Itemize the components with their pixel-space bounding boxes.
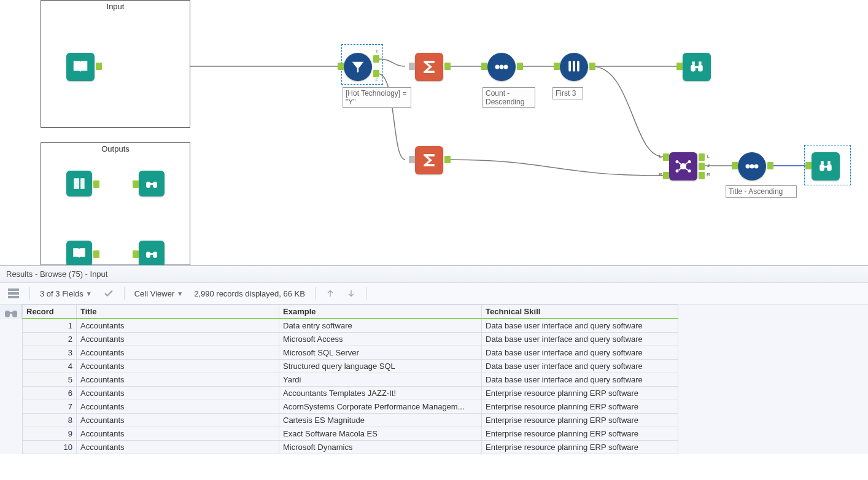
anchor-join-j-out[interactable] bbox=[699, 163, 705, 170]
separator bbox=[315, 287, 316, 300]
anchor-out[interactable] bbox=[93, 250, 99, 258]
cell-example: Cartesis ES Magnitude bbox=[279, 414, 482, 427]
sort-dots-icon bbox=[743, 158, 761, 175]
anchor-in[interactable] bbox=[409, 63, 415, 70]
table-row[interactable]: 4AccountantsStructured query language SQ… bbox=[23, 360, 678, 373]
anchor-out[interactable] bbox=[93, 180, 99, 188]
book-open-icon bbox=[71, 246, 87, 261]
svg-point-14 bbox=[676, 169, 679, 172]
svg-rect-23 bbox=[821, 161, 823, 164]
binoculars-icon bbox=[689, 59, 705, 75]
col-example[interactable]: Example bbox=[279, 305, 482, 319]
fields-dropdown[interactable]: 3 of 3 Fields ▼ bbox=[36, 287, 96, 301]
anchor-in[interactable] bbox=[732, 162, 738, 169]
cell-viewer-dropdown[interactable]: Cell Viewer ▼ bbox=[131, 287, 187, 301]
table-row[interactable]: 8AccountantsCartesis ES MagnitudeEnterpr… bbox=[23, 414, 678, 427]
grid-side-toggle[interactable] bbox=[0, 304, 22, 319]
cell-record: 3 bbox=[23, 346, 77, 360]
sort-tool-title[interactable] bbox=[738, 152, 766, 180]
filter-tool[interactable] bbox=[344, 53, 372, 81]
anchor-join-l-out[interactable] bbox=[699, 153, 705, 161]
cell-record: 4 bbox=[23, 360, 77, 373]
browse-tool-2[interactable] bbox=[812, 152, 840, 180]
col-skill[interactable]: Technical Skill bbox=[482, 305, 678, 319]
browse-tool-out-2[interactable] bbox=[139, 241, 165, 265]
svg-point-13 bbox=[676, 160, 679, 163]
anchor-true-label: T bbox=[373, 48, 381, 55]
sort-dots-icon bbox=[493, 58, 510, 75]
cell-skill: Enterprise resource planning ERP softwar… bbox=[482, 414, 678, 427]
move-up-button[interactable] bbox=[322, 286, 339, 301]
sort-tool-count[interactable] bbox=[487, 53, 516, 81]
cell-skill: Data base user interface and query softw… bbox=[482, 373, 678, 387]
anchor-in[interactable] bbox=[338, 63, 344, 70]
table-row[interactable]: 5AccountantsYardiData base user interfac… bbox=[23, 373, 678, 387]
summarize-tool-1[interactable] bbox=[415, 53, 443, 81]
table-row[interactable]: 2AccountantsMicrosoft AccessData base us… bbox=[23, 333, 678, 346]
layout-toggle-button[interactable] bbox=[4, 285, 23, 301]
anchor-ro-label: R bbox=[705, 172, 712, 178]
table-row[interactable]: 10AccountantsMicrosoft DynamicsEnterpris… bbox=[23, 441, 678, 454]
anchor-out[interactable] bbox=[517, 63, 523, 70]
chevron-down-icon: ▼ bbox=[177, 290, 183, 297]
cell-title: Accountants bbox=[77, 387, 279, 400]
anchor-out[interactable] bbox=[589, 63, 595, 70]
container-outputs[interactable]: Outputs bbox=[41, 142, 190, 265]
anchor-in[interactable] bbox=[554, 63, 560, 70]
anchor-out[interactable] bbox=[444, 63, 451, 70]
cell-example: Exact Software Macola ES bbox=[279, 427, 482, 441]
cell-title: Accountants bbox=[77, 373, 279, 387]
separator bbox=[366, 287, 366, 300]
cell-skill: Enterprise resource planning ERP softwar… bbox=[482, 427, 678, 441]
anchor-out[interactable] bbox=[444, 156, 451, 163]
cell-skill: Data base user interface and query softw… bbox=[482, 360, 678, 373]
container-input[interactable]: Input bbox=[41, 0, 190, 128]
col-record[interactable]: Record bbox=[23, 305, 77, 319]
col-title[interactable]: Title bbox=[77, 305, 279, 319]
sigma-icon bbox=[420, 58, 438, 76]
results-grid[interactable]: Record Title Example Technical Skill 1Ac… bbox=[22, 304, 678, 454]
svg-point-18 bbox=[750, 165, 754, 169]
cell-example: Yardi bbox=[279, 373, 482, 387]
cell-record: 8 bbox=[23, 414, 77, 427]
cell-record: 1 bbox=[23, 319, 77, 333]
svg-point-3 bbox=[504, 65, 508, 69]
output-data-tool-1[interactable] bbox=[66, 171, 92, 196]
table-row[interactable]: 6AccountantsAccountants Templates JAZZ-I… bbox=[23, 387, 678, 400]
anchor-join-r-out[interactable] bbox=[699, 172, 705, 179]
join-tool[interactable] bbox=[669, 152, 697, 180]
svg-rect-22 bbox=[824, 166, 828, 168]
svg-rect-11 bbox=[699, 61, 701, 64]
records-text: 2,990 records displayed, 66 KB bbox=[194, 289, 305, 298]
anchor-out[interactable] bbox=[767, 162, 773, 169]
container-input-title: Input bbox=[41, 1, 190, 11]
output-data-tool-2[interactable] bbox=[66, 241, 92, 265]
svg-rect-33 bbox=[8, 296, 19, 298]
svg-rect-28 bbox=[146, 252, 150, 258]
browse-tool-1[interactable] bbox=[683, 53, 711, 81]
sample-label: First 3 bbox=[552, 87, 583, 99]
anchor-true[interactable] bbox=[373, 55, 379, 63]
summarize-tool-2[interactable] bbox=[415, 146, 443, 174]
anchor-in[interactable] bbox=[805, 162, 812, 169]
anchor-in[interactable] bbox=[481, 63, 487, 70]
workflow-canvas[interactable]: Input Outputs T F [Hot Technology] = "Y"… bbox=[0, 0, 868, 265]
anchor-in[interactable] bbox=[133, 180, 139, 188]
table-row[interactable]: 3AccountantsMicrosoft SQL ServerData bas… bbox=[23, 346, 678, 360]
apply-button[interactable] bbox=[99, 285, 118, 301]
browse-tool-out-1[interactable] bbox=[139, 171, 165, 196]
cell-title: Accountants bbox=[77, 333, 279, 346]
move-down-button[interactable] bbox=[343, 286, 360, 301]
anchor-in[interactable] bbox=[676, 63, 683, 70]
anchor-false[interactable] bbox=[373, 70, 379, 77]
anchor-in[interactable] bbox=[409, 156, 415, 163]
anchor-j-label: J bbox=[705, 163, 712, 169]
arrow-down-icon bbox=[346, 288, 356, 298]
anchor-out[interactable] bbox=[96, 63, 102, 70]
anchor-in[interactable] bbox=[133, 250, 139, 258]
input-data-tool[interactable] bbox=[66, 53, 95, 81]
table-row[interactable]: 9AccountantsExact Software Macola ESEnte… bbox=[23, 427, 678, 441]
table-row[interactable]: 1AccountantsData entry softwareData base… bbox=[23, 319, 678, 333]
sample-tool[interactable] bbox=[560, 53, 588, 81]
table-row[interactable]: 7AccountantsAcornSystems Corporate Perfo… bbox=[23, 400, 678, 414]
